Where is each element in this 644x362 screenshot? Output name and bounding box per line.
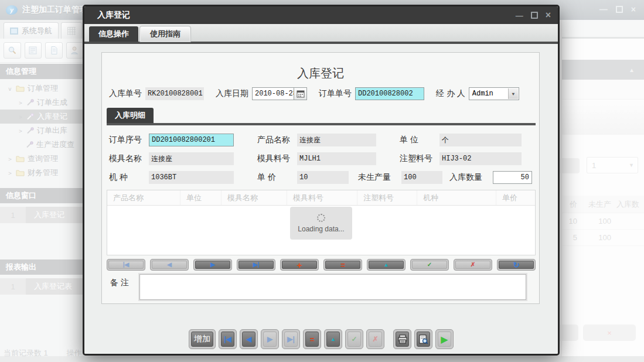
printer-icon	[397, 334, 408, 344]
grid-navigator: |◀ ◀ ▶ ▶| + = ▲ ✓ ✗ ↻	[107, 259, 536, 271]
chevron-down-icon: ▼	[508, 88, 518, 99]
column-header: 机种	[417, 190, 496, 205]
run-button[interactable]: ▶	[435, 329, 454, 349]
grid-insert-button[interactable]: +	[280, 259, 319, 271]
loading-indicator: Loading data...	[290, 207, 352, 240]
print-preview-button[interactable]	[414, 329, 432, 349]
delete-icon: =	[340, 261, 345, 269]
detail-grid[interactable]: 产品名称 单位 模具名称 模具料号 注塑料号 机种 单价 Loading dat…	[107, 190, 536, 255]
form-heading: 入库登记	[102, 66, 539, 81]
grid-cancel-button[interactable]: ✗	[454, 259, 492, 271]
add-button[interactable]: 增加	[189, 329, 216, 349]
grid-delete-button[interactable]: =	[323, 259, 362, 271]
post-icon: ✓	[427, 262, 432, 268]
last-icon: ▶|	[287, 335, 295, 343]
mold-no-field: MJLH1	[297, 152, 376, 165]
post-icon: ✓	[351, 335, 357, 343]
edit-icon: ▲	[330, 336, 336, 342]
prior-button[interactable]: ◀	[240, 329, 258, 349]
dialog-minimize-button[interactable]: —	[516, 11, 523, 20]
entry-form-panel: 入库登记 入库单号 RK20100828001 入库日期 2010-08-28 …	[101, 52, 540, 304]
next-button[interactable]: ▶	[261, 329, 279, 349]
dialog-title: 入库登记	[97, 10, 130, 21]
first-icon: |◀	[123, 262, 130, 268]
qty-label: 入库数量	[449, 172, 489, 183]
dialog-close-button[interactable]: ×	[546, 10, 551, 21]
entry-qty-input[interactable]: 50	[493, 171, 532, 184]
column-header: 注塑料号	[357, 190, 417, 205]
refresh-icon: ↻	[513, 261, 520, 269]
last-button[interactable]: ▶|	[282, 329, 300, 349]
warehouse-entry-dialog: 入库登记 — × 信息操作 使用指南 入库登记 入库单号 RK201008280…	[83, 5, 560, 356]
grid-prior-button[interactable]: ◀	[150, 259, 189, 271]
column-header: 产品名称	[107, 190, 180, 205]
mold-name-field: 连接座	[149, 152, 234, 165]
last-icon: ▶|	[253, 262, 260, 268]
grid-first-button[interactable]: |◀	[107, 259, 145, 271]
add-button-label: 增加	[194, 334, 210, 344]
cancel-icon: ✗	[471, 262, 475, 268]
column-header: 单位	[180, 190, 222, 205]
edit-button[interactable]: ▲	[324, 329, 342, 349]
grid-last-button[interactable]: ▶|	[237, 259, 275, 271]
unit-label: 单 位	[400, 135, 436, 145]
cancel-icon: ✗	[372, 335, 378, 343]
unproduced-field: 100	[401, 171, 442, 184]
calendar-icon	[297, 90, 305, 98]
tab-info-operate[interactable]: 信息操作	[89, 26, 138, 42]
calendar-button[interactable]	[294, 87, 307, 100]
handler-label: 经 办 人	[436, 88, 465, 99]
mold-name-label: 模具名称	[109, 153, 145, 164]
plastic-no-field: HIJ3-02	[439, 152, 522, 165]
dialog-tabstrip: 信息操作 使用指南	[84, 24, 558, 42]
tab-user-guide[interactable]: 使用指南	[140, 26, 190, 42]
entry-date-label: 入库日期	[216, 88, 248, 99]
machine-label: 机 种	[109, 172, 145, 183]
next-icon: ▶	[210, 262, 215, 268]
print-button[interactable]	[393, 329, 411, 349]
first-icon: |◀	[224, 335, 231, 343]
order-no-input[interactable]: DD20100828002	[355, 87, 424, 100]
column-header: 单价	[496, 190, 535, 205]
column-header: 模具名称	[222, 190, 287, 205]
order-seq-input[interactable]: DD2010082800201	[149, 134, 234, 146]
print-preview-icon	[418, 334, 428, 344]
delete-button[interactable]: =	[303, 329, 321, 349]
run-icon: ▶	[441, 334, 448, 345]
grid-refresh-button[interactable]: ↻	[497, 259, 536, 271]
post-button[interactable]: ✓	[345, 329, 363, 349]
grid-post-button[interactable]: ✓	[410, 259, 449, 271]
cancel-button[interactable]: ✗	[366, 329, 384, 349]
prior-icon: ◀	[246, 335, 251, 343]
first-button[interactable]: |◀	[219, 329, 237, 349]
combo-value: Admin	[472, 90, 493, 98]
entry-no-label: 入库单号	[109, 88, 142, 99]
seq-label: 订单序号	[109, 135, 145, 145]
prior-icon: ◀	[167, 262, 172, 268]
unproduced-label: 未生产量	[358, 172, 398, 183]
screen: y 注塑加工订单管理系 — × 系统导航	[0, 0, 644, 362]
edit-icon: ▲	[384, 262, 389, 268]
column-header: 模具料号	[287, 190, 357, 205]
handler-combobox[interactable]: Admin ▼	[469, 87, 519, 100]
unit-field: 个	[439, 134, 522, 146]
dialog-footer-toolbar: 增加 |◀ ◀ ▶ ▶| = ▲ ✓ ✗ ▶	[84, 329, 558, 349]
price-label: 单 价	[257, 172, 294, 183]
remark-textarea[interactable]	[139, 274, 526, 300]
product-label: 产品名称	[257, 135, 294, 145]
plastic-no-label: 注塑料号	[400, 153, 436, 164]
order-no-label: 订单单号	[319, 88, 352, 99]
dialog-titlebar[interactable]: 入库登记 — ×	[84, 6, 558, 24]
tab-entry-detail[interactable]: 入库明细	[107, 108, 154, 123]
remark-label: 备 注	[110, 278, 129, 288]
grid-next-button[interactable]: ▶	[193, 259, 232, 271]
entry-date-input[interactable]: 2010-08-28	[252, 87, 294, 100]
machine-field: 1036BT	[149, 171, 234, 184]
next-icon: ▶	[267, 335, 272, 343]
spinner-icon	[317, 214, 325, 222]
detail-tab-underline	[107, 123, 536, 125]
dialog-maximize-button[interactable]	[531, 12, 538, 19]
entry-no-field: RK20100828001	[145, 87, 204, 100]
grid-edit-button[interactable]: ▲	[367, 259, 406, 271]
price-field: 10	[297, 171, 349, 184]
